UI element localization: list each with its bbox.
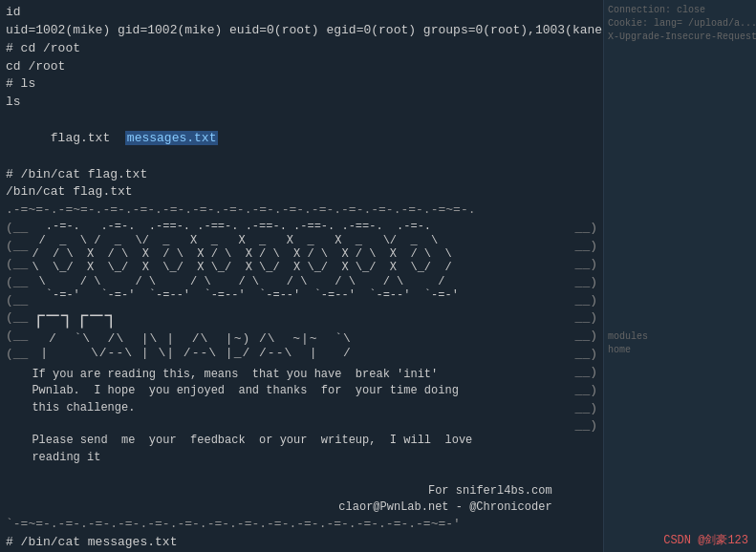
messages-file: messages.txt (125, 131, 219, 145)
ascii-box: .-=~=-.-=~=-.-=-.-=-.-=-.-=-.-=-.-=-.-=-… (6, 202, 597, 534)
cmd-cat-messages: # /bin/cat messages.txt (6, 534, 597, 552)
right-connection: Connection: close (608, 4, 752, 17)
right-modules: modules (608, 330, 752, 344)
terminal-window: id uid=1002(mike) gid=1002(mike) euid=0(… (0, 0, 756, 552)
right-upgrade: X-Upgrade-Insecure-Requests: 1 (608, 31, 752, 44)
terminal-left[interactable]: id uid=1002(mike) gid=1002(mike) euid=0(… (0, 0, 603, 552)
output-id: uid=1002(mike) gid=1002(mike) euid=0(roo… (6, 22, 597, 40)
watermark: CSDN @剑豪123 (663, 532, 748, 548)
right-cookie: Cookie: lang= /upload/a...==477fBidde18f… (608, 17, 752, 31)
cmd-ls: # ls (6, 75, 597, 94)
right-home: home (608, 344, 752, 357)
output-ls: ls (6, 94, 597, 112)
terminal-right: Connection: close Cookie: lang= /upload/… (603, 0, 756, 552)
output-cd: cd /root (6, 58, 597, 76)
output-cat-flag: /bin/cat flag.txt (6, 183, 597, 202)
cmd-id: id (6, 4, 597, 22)
congrats-art: .-=-. .-=-. .-==-. .-==-. .-==-. .-==-. … (32, 220, 571, 367)
ls-result: flag.txt messages.txt (6, 112, 597, 166)
cmd-cat-flag: # /bin/cat flag.txt (6, 166, 597, 184)
cmd-cd: # cd /root (6, 40, 597, 58)
